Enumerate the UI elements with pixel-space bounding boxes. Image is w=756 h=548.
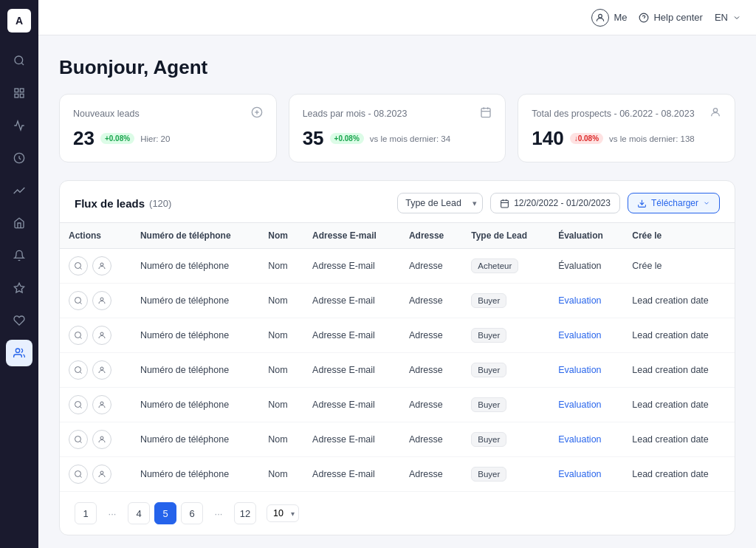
svg-point-26 xyxy=(75,298,81,304)
svg-point-29 xyxy=(100,332,103,335)
help-center-link[interactable]: Help center xyxy=(639,12,702,23)
cell-type: Buyer xyxy=(462,353,549,388)
sidebar-logo[interactable]: A xyxy=(7,9,31,32)
table-count: (120) xyxy=(149,198,171,209)
stat-sub-1: vs le mois dernier: 34 xyxy=(370,134,450,143)
col-lead-type: Type de Lead xyxy=(462,223,549,249)
evaluation-link[interactable]: Evaluation xyxy=(558,330,601,340)
svg-rect-1 xyxy=(15,89,18,92)
cell-address: Adresse xyxy=(400,284,462,318)
sidebar-item-notifications[interactable] xyxy=(6,242,32,269)
stat-card-total-prospects: Total des prospects - 06.2022 - 08.2023 … xyxy=(518,94,735,162)
svg-rect-19 xyxy=(501,200,509,208)
cell-created: Lead creation date xyxy=(623,457,735,492)
action-icons xyxy=(69,430,123,449)
page-btn-5[interactable]: 5 xyxy=(154,502,176,524)
type-badge: Buyer xyxy=(471,432,506,447)
page-btn-12[interactable]: 12 xyxy=(234,502,256,524)
sidebar-item-favorites[interactable] xyxy=(6,275,32,301)
cell-actions xyxy=(60,284,131,318)
table-row: Numéro de téléphoneNomAdresse E-mailAdre… xyxy=(60,249,735,284)
date-range-picker[interactable]: 12/20/2022 - 01/20/2023 xyxy=(490,193,620,213)
profile-action-icon[interactable] xyxy=(92,326,111,345)
page-btn-1[interactable]: 1 xyxy=(75,502,97,524)
per-page-select[interactable]: 10 25 50 xyxy=(267,504,299,522)
cell-evaluation: Évaluation xyxy=(549,249,623,284)
sidebar-item-analytics[interactable] xyxy=(6,177,32,204)
type-badge: Buyer xyxy=(471,467,506,482)
profile-action-icon[interactable] xyxy=(92,256,111,275)
lead-type-filter[interactable]: Type de Lead xyxy=(397,193,483,213)
profile-action-icon[interactable] xyxy=(92,291,111,310)
svg-point-36 xyxy=(75,471,81,477)
cell-phone: Numéro de téléphone xyxy=(131,457,259,492)
col-evaluation: Évaluation xyxy=(549,223,623,249)
svg-rect-4 xyxy=(20,94,24,97)
search-action-icon[interactable] xyxy=(69,291,88,310)
date-range-label: 12/20/2022 - 01/20/2023 xyxy=(514,198,611,208)
search-action-icon[interactable] xyxy=(69,465,88,484)
svg-point-24 xyxy=(75,263,81,269)
leads-table-section: Flux de leads (120) Type de Lead 12/20/2… xyxy=(59,180,735,535)
search-action-icon[interactable] xyxy=(69,395,88,414)
svg-point-30 xyxy=(75,367,81,373)
svg-point-0 xyxy=(15,56,23,64)
page-title: Buonjour, Agent xyxy=(59,56,735,79)
sidebar-item-revenue[interactable] xyxy=(6,145,32,171)
svg-point-35 xyxy=(100,436,103,439)
user-menu[interactable]: Me xyxy=(591,9,627,27)
profile-action-icon[interactable] xyxy=(92,430,111,449)
cell-created: Lead creation date xyxy=(623,284,735,318)
evaluation-link[interactable]: Evaluation xyxy=(558,469,601,479)
stat-value-2: 140 xyxy=(532,127,563,150)
type-badge: Buyer xyxy=(471,328,506,343)
cell-type: Buyer xyxy=(462,457,549,492)
stats-row: Nouveaux leads 23 +0.08% Hier: 20 Leads … xyxy=(59,94,735,162)
svg-rect-3 xyxy=(15,94,18,97)
svg-point-18 xyxy=(713,109,717,112)
sidebar-item-achievements[interactable] xyxy=(6,112,32,139)
download-button[interactable]: Télécharger xyxy=(628,193,720,213)
cell-address: Adresse xyxy=(400,318,462,353)
evaluation-link[interactable]: Evaluation xyxy=(558,365,601,375)
search-action-icon[interactable] xyxy=(69,360,88,380)
svg-point-34 xyxy=(75,436,81,442)
type-badge: Buyer xyxy=(471,293,506,308)
svg-point-27 xyxy=(100,298,103,301)
download-label: Télécharger xyxy=(651,198,698,208)
evaluation-link[interactable]: Evaluation xyxy=(558,400,601,410)
language-selector[interactable]: EN xyxy=(715,12,741,23)
search-action-icon[interactable] xyxy=(69,256,88,275)
profile-action-icon[interactable] xyxy=(92,360,111,380)
sidebar-item-dashboard[interactable] xyxy=(6,80,32,106)
sidebar-item-properties[interactable] xyxy=(6,210,32,236)
action-icons xyxy=(69,291,123,310)
page-btn-6[interactable]: 6 xyxy=(181,502,203,524)
cell-address: Adresse xyxy=(400,457,462,492)
calendar-icon xyxy=(500,199,509,208)
cell-actions xyxy=(60,318,131,353)
evaluation-link[interactable]: Evaluation xyxy=(558,295,601,306)
cell-email: Adresse E-mail xyxy=(303,284,400,318)
stat-icon-0 xyxy=(251,106,263,121)
sidebar-item-search[interactable] xyxy=(6,47,32,74)
type-badge: Buyer xyxy=(471,397,506,412)
search-action-icon[interactable] xyxy=(69,326,88,345)
col-phone: Numéro de téléphone xyxy=(131,223,259,249)
cell-actions xyxy=(60,353,131,388)
cell-name: Nom xyxy=(259,249,303,284)
cell-address: Adresse xyxy=(400,249,462,284)
sidebar-item-contacts[interactable] xyxy=(6,340,32,366)
action-icons xyxy=(69,256,123,275)
table-row: Numéro de téléphoneNomAdresse E-mailAdre… xyxy=(60,284,735,318)
stat-badge-2: ↓0.08% xyxy=(570,133,603,144)
sidebar-item-partners[interactable] xyxy=(6,307,32,334)
search-action-icon[interactable] xyxy=(69,430,88,449)
cell-phone: Numéro de téléphone xyxy=(131,249,259,284)
profile-action-icon[interactable] xyxy=(92,395,111,414)
chevron-down-icon xyxy=(703,199,710,207)
page-btn-4[interactable]: 4 xyxy=(128,502,150,524)
evaluation-link[interactable]: Evaluation xyxy=(558,434,601,445)
profile-action-icon[interactable] xyxy=(92,465,111,484)
topbar: Me Help center EN xyxy=(38,0,756,35)
